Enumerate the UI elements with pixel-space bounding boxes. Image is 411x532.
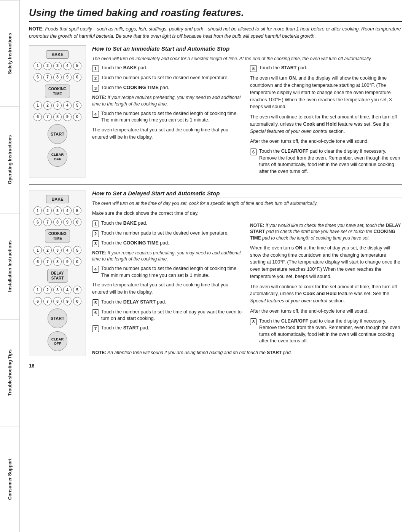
p2-key-8c[interactable]: 8	[53, 297, 62, 305]
step-num-1: 1	[92, 65, 99, 72]
key-5[interactable]: 5	[73, 62, 81, 70]
s2-step-num-2: 2	[92, 230, 99, 237]
step-num-5: 5	[250, 65, 257, 72]
num-row-1-1: 1 2 3 4 5	[33, 62, 81, 70]
step1-2: 2 Touch the number pads to set the desir…	[92, 75, 244, 82]
section1-right-para3: After the oven turns off, the end-of-cyc…	[250, 138, 402, 145]
section1-instructions: How to Set an Immediate Start and Automa…	[92, 45, 402, 178]
step-text-3: Touch the COOKING TIME pad.	[101, 85, 169, 91]
bake-button-1[interactable]: BAKE	[46, 50, 69, 59]
step-text-4: Touch the number pads to set the desired…	[101, 110, 244, 124]
p2-key-7[interactable]: 7	[43, 218, 52, 226]
p2-key-2[interactable]: 2	[43, 206, 52, 215]
section2-right-para1: When the oven turns ON at the time of da…	[250, 244, 402, 280]
s2-step-text-2: Touch the number pads to set the desired…	[101, 230, 229, 237]
key-9b[interactable]: 9	[63, 113, 72, 121]
s2-step-num-4: 4	[92, 266, 99, 273]
p2-key-9c[interactable]: 9	[63, 297, 72, 305]
num-row-2-5: 1 2 3 4 5	[33, 286, 81, 294]
p2-key-6b[interactable]: 6	[33, 257, 42, 266]
p2-key-1c[interactable]: 1	[33, 286, 42, 294]
key-4b[interactable]: 4	[63, 101, 72, 110]
p2-key-7c[interactable]: 7	[43, 297, 52, 305]
p2-key-1b[interactable]: 1	[33, 246, 42, 254]
step2-5: 5 Touch the DELAY START pad.	[92, 299, 244, 306]
p2-key-3b[interactable]: 3	[53, 246, 62, 254]
p2-key-9b[interactable]: 9	[63, 257, 72, 266]
sidebar: Safety Instructions Operating Instructio…	[0, 0, 20, 532]
p2-key-0c[interactable]: 0	[73, 297, 81, 305]
main-note: NOTE: Foods that spoil easily—such as mi…	[29, 26, 402, 40]
start-button-2[interactable]: START	[48, 308, 67, 328]
p2-key-3[interactable]: 3	[53, 206, 62, 215]
p2-key-6[interactable]: 6	[33, 218, 42, 226]
p2-key-9[interactable]: 9	[63, 218, 72, 226]
key-3[interactable]: 3	[53, 62, 62, 70]
section1-steps-left: 1 Touch the BAKE pad. 2 Touch the number…	[92, 65, 244, 177]
section2-steps-right-col: NOTE: If you would like to check the tim…	[250, 220, 402, 347]
sidebar-item-troubleshooting: Troubleshooting Tips	[0, 319, 19, 425]
clear-off-button-1[interactable]: CLEAROFF	[48, 147, 67, 167]
key-0[interactable]: 0	[73, 73, 81, 81]
step2-8: 8 Touch the CLEAR/OFF pad to clear the d…	[250, 318, 402, 345]
cooking-time-button-2[interactable]: COOKINGTIME	[45, 229, 70, 243]
p2-key-7b[interactable]: 7	[43, 257, 52, 266]
key-5b[interactable]: 5	[73, 101, 81, 110]
p2-key-8[interactable]: 8	[53, 218, 62, 226]
num-row-2-1: 1 2 3 4 5	[33, 206, 81, 215]
key-1b[interactable]: 1	[33, 101, 42, 110]
p2-key-4b[interactable]: 4	[63, 246, 72, 254]
section1-title: How to Set an Immediate Start and Automa…	[92, 45, 402, 53]
p2-key-1[interactable]: 1	[33, 206, 42, 215]
num-row-1-2: 6 7 8 9 0	[33, 73, 81, 81]
s2-step-num-3: 3	[92, 240, 99, 247]
key-6b[interactable]: 6	[33, 113, 42, 121]
num-row-2-6: 6 7 8 9 0	[33, 297, 81, 305]
p2-key-2c[interactable]: 2	[43, 286, 52, 294]
section2-make-sure: Make sure the clock shows the correct ti…	[92, 210, 402, 217]
key-7b[interactable]: 7	[43, 113, 52, 121]
p2-key-8b[interactable]: 8	[53, 257, 62, 266]
key-3b[interactable]: 3	[53, 101, 62, 110]
p2-key-6c[interactable]: 6	[33, 297, 42, 305]
p2-key-3c[interactable]: 3	[53, 286, 62, 294]
step-text-2: Touch the number pads to set the desired…	[101, 75, 229, 81]
section1-note1: NOTE: If your recipe requires preheating…	[92, 94, 244, 107]
s2-step-text-4: Touch the number pads to set the desired…	[101, 265, 244, 279]
key-9[interactable]: 9	[63, 73, 72, 81]
num-row-1-3: 1 2 3 4 5	[33, 101, 81, 110]
s2-step-text-3: Touch the COOKING TIME pad.	[101, 240, 169, 247]
key-8b[interactable]: 8	[53, 113, 62, 121]
p2-key-0[interactable]: 0	[73, 218, 81, 226]
section1-right-para2: The oven will continue to cook for the s…	[250, 113, 402, 135]
key-4[interactable]: 4	[63, 62, 72, 70]
clear-off-button-2[interactable]: CLEAROFF	[48, 331, 67, 351]
p2-key-0b[interactable]: 0	[73, 257, 81, 266]
sidebar-item-consumer: Consumer Support	[0, 426, 19, 532]
p2-key-5[interactable]: 5	[73, 206, 81, 215]
key-2[interactable]: 2	[43, 62, 52, 70]
p2-key-4[interactable]: 4	[63, 206, 72, 215]
p2-key-4c[interactable]: 4	[63, 286, 72, 294]
key-6[interactable]: 6	[33, 73, 42, 81]
key-7[interactable]: 7	[43, 73, 52, 81]
key-1[interactable]: 1	[33, 62, 42, 70]
p2-key-2b[interactable]: 2	[43, 246, 52, 254]
step-num-6: 6	[250, 149, 257, 155]
key-8[interactable]: 8	[53, 73, 62, 81]
key-0b[interactable]: 0	[73, 113, 81, 121]
cooking-time-button-1[interactable]: COOKINGTIME	[45, 85, 70, 98]
p2-key-5c[interactable]: 5	[73, 286, 81, 294]
step-num-2: 2	[92, 75, 99, 82]
start-button-1[interactable]: START	[48, 124, 67, 144]
section2-right-para3: After the oven turns off, the end-of-cyc…	[250, 308, 402, 315]
p2-key-5b[interactable]: 5	[73, 246, 81, 254]
section2-steps-left: 1 Touch the BAKE pad. 2 Touch the number…	[92, 220, 244, 347]
num-row-1-4: 6 7 8 9 0	[33, 113, 81, 121]
num-row-2-3: 1 2 3 4 5	[33, 246, 81, 254]
bake-button-2[interactable]: BAKE	[46, 195, 69, 203]
delay-start-button[interactable]: DELAYSTART	[47, 269, 68, 283]
key-2b[interactable]: 2	[43, 101, 52, 110]
note-label: NOTE:	[29, 26, 44, 32]
step-num-3: 3	[92, 85, 99, 92]
